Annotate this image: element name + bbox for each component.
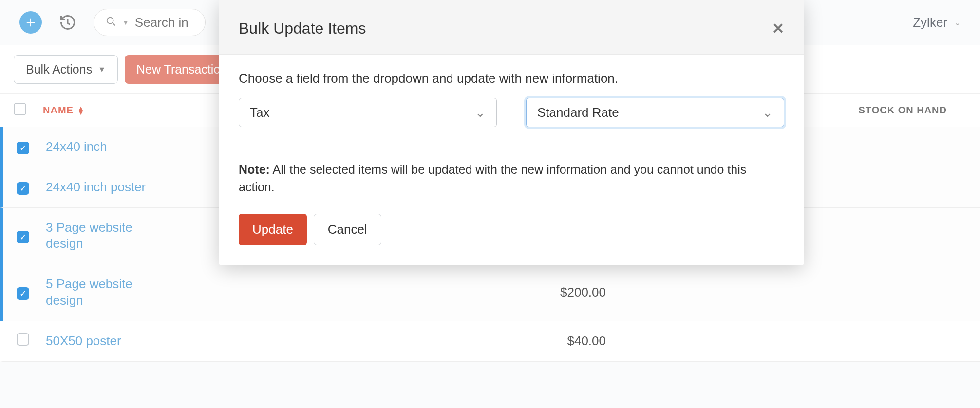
note-label: Note: bbox=[239, 163, 270, 176]
item-name-link[interactable]: 50X50 poster bbox=[46, 333, 172, 350]
field-select-value: Tax bbox=[250, 105, 269, 120]
search-icon bbox=[106, 15, 116, 30]
modal-note: Note: All the selected items will be upd… bbox=[239, 161, 784, 196]
sort-icon: ▲▼ bbox=[77, 106, 85, 114]
select-all-checkbox[interactable] bbox=[14, 103, 26, 115]
item-price: $40.00 bbox=[567, 334, 606, 349]
table-row: 50X50 poster$40.00 bbox=[0, 321, 980, 362]
chevron-down-icon: ⌄ bbox=[475, 105, 486, 120]
item-name-link[interactable]: 24x40 inch bbox=[46, 139, 172, 155]
column-header-stock[interactable]: STOCK ON HAND bbox=[781, 105, 947, 116]
modal-header: Bulk Update Items ✕ bbox=[219, 0, 804, 55]
row-checkbox[interactable]: ✓ bbox=[17, 287, 29, 300]
modal-title: Bulk Update Items bbox=[239, 19, 366, 37]
search-scope-caret-icon[interactable]: ▼ bbox=[122, 19, 129, 26]
add-button[interactable] bbox=[19, 11, 42, 34]
item-name-link[interactable]: 3 Page website design bbox=[46, 220, 172, 253]
org-name: Zylker bbox=[913, 15, 947, 30]
modal-close-button[interactable]: ✕ bbox=[772, 20, 784, 37]
value-select[interactable]: Standard Rate ⌄ bbox=[526, 98, 784, 127]
modal-instruction: Choose a field from the dropdown and upd… bbox=[239, 71, 784, 86]
bulk-update-modal: Bulk Update Items ✕ Choose a field from … bbox=[219, 0, 804, 265]
item-name-link[interactable]: 5 Page website design bbox=[46, 276, 172, 309]
table-row: ✓5 Page website design$200.00 bbox=[0, 264, 980, 321]
item-price: $200.00 bbox=[560, 285, 606, 300]
update-button[interactable]: Update bbox=[239, 214, 307, 245]
row-checkbox[interactable]: ✓ bbox=[17, 182, 29, 195]
svg-point-0 bbox=[107, 17, 113, 23]
bulk-actions-label: Bulk Actions bbox=[26, 62, 92, 76]
history-button[interactable] bbox=[57, 11, 79, 34]
org-switcher[interactable]: Zylker ⌄ bbox=[913, 15, 961, 30]
caret-down-icon: ▼ bbox=[98, 65, 106, 74]
row-checkbox[interactable]: ✓ bbox=[17, 231, 29, 243]
chevron-down-icon: ⌄ bbox=[954, 18, 961, 27]
cancel-button[interactable]: Cancel bbox=[314, 214, 381, 245]
divider bbox=[219, 144, 804, 144]
history-icon bbox=[59, 14, 76, 31]
search-input[interactable] bbox=[135, 15, 193, 30]
chevron-down-icon: ⌄ bbox=[762, 105, 773, 120]
svg-line-1 bbox=[113, 22, 115, 25]
item-name-link[interactable]: 24x40 inch poster bbox=[46, 179, 172, 196]
row-checkbox[interactable] bbox=[17, 333, 29, 346]
field-select[interactable]: Tax ⌄ bbox=[239, 98, 497, 127]
note-text: All the selected items will be updated w… bbox=[239, 163, 746, 194]
value-select-value: Standard Rate bbox=[537, 105, 619, 120]
new-transaction-label: New Transaction bbox=[136, 62, 227, 76]
bulk-actions-button[interactable]: Bulk Actions ▼ bbox=[14, 55, 118, 84]
search-box[interactable]: ▼ bbox=[94, 9, 206, 36]
plus-icon bbox=[25, 17, 36, 28]
close-icon: ✕ bbox=[772, 20, 784, 37]
row-checkbox[interactable]: ✓ bbox=[17, 142, 29, 154]
